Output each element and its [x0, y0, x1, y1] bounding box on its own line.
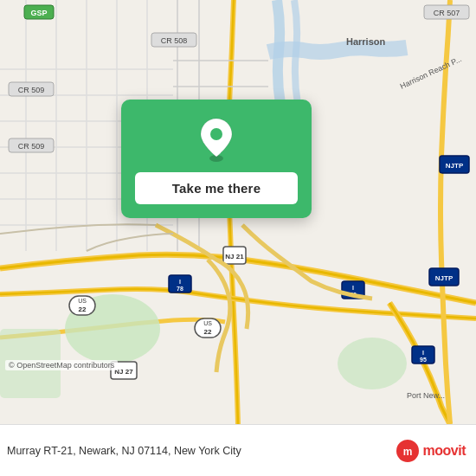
action-card: Take me there	[121, 100, 312, 218]
bottom-bar: Murray RT-21, Newark, NJ 07114, New York…	[0, 424, 476, 476]
location-pin-icon	[197, 117, 235, 162]
svg-text:CR 507: CR 507	[434, 9, 460, 17]
svg-text:CR 509: CR 509	[18, 142, 45, 151]
map-container: CR 507 GSP CR 509 CR 509 CR 508 CR 60 Ha…	[0, 0, 476, 424]
svg-text:Port New...: Port New...	[407, 391, 445, 400]
svg-text:NJ 21: NJ 21	[225, 253, 244, 261]
svg-point-23	[338, 338, 407, 389]
moovit-wordmark: moovit	[423, 443, 466, 459]
svg-text:I: I	[352, 285, 354, 291]
svg-text:US: US	[203, 320, 212, 326]
address-text: Murray RT-21, Newark, NJ 07114, New York…	[7, 445, 396, 457]
osm-attribution: © OpenStreetMap contributors	[5, 360, 118, 370]
moovit-logo-icon: m	[396, 439, 420, 463]
svg-text:Harrison: Harrison	[346, 36, 386, 47]
svg-point-64	[210, 128, 222, 140]
svg-text:m: m	[402, 446, 412, 458]
svg-text:US: US	[78, 298, 87, 304]
svg-text:I: I	[179, 279, 181, 285]
moovit-logo: m moovit	[396, 439, 466, 463]
svg-text:95: 95	[420, 357, 427, 363]
take-me-there-button[interactable]: Take me there	[135, 172, 298, 204]
svg-text:NJTP: NJTP	[446, 162, 464, 170]
svg-text:22: 22	[204, 328, 212, 336]
svg-text:22: 22	[79, 306, 87, 313]
svg-text:78: 78	[177, 286, 183, 292]
svg-text:CR 509: CR 509	[18, 86, 45, 94]
svg-text:GSP: GSP	[30, 9, 47, 17]
svg-text:I: I	[422, 350, 424, 356]
svg-text:NJTP: NJTP	[435, 274, 453, 282]
svg-text:CR 508: CR 508	[161, 36, 188, 45]
